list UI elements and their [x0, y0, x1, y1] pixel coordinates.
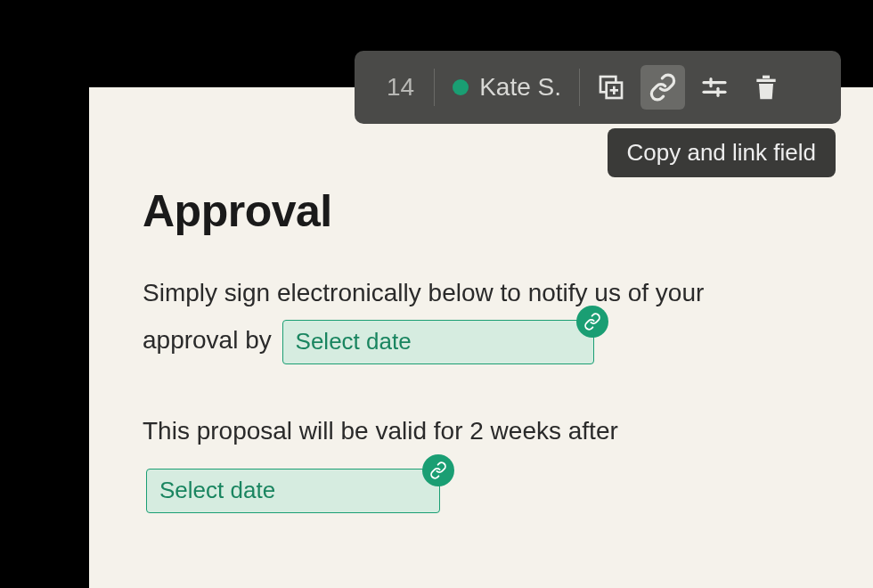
settings-button[interactable] [692, 65, 737, 110]
toolbar-actions [580, 65, 788, 110]
tooltip: Copy and link field [608, 128, 836, 177]
copy-button[interactable] [589, 65, 633, 110]
date-field-2-label: Select date [159, 469, 275, 512]
sliders-icon [700, 73, 729, 102]
link-button[interactable] [640, 65, 685, 110]
toolbar-assignee[interactable]: Kate S. [435, 73, 579, 102]
link-badge-icon [576, 306, 608, 338]
date-field-1-label: Select date [296, 320, 412, 363]
paragraph-1-line-1: Simply sign electronically below to noti… [143, 269, 820, 316]
copy-icon [597, 73, 625, 102]
status-dot-icon [453, 79, 469, 95]
paragraph-1-line-2: approval by Select date [143, 316, 820, 364]
link-badge-icon [422, 454, 454, 486]
paragraph-1: Simply sign electronically below to noti… [143, 269, 820, 364]
svg-rect-9 [763, 76, 770, 78]
svg-rect-8 [756, 79, 775, 82]
date-field-2[interactable]: Select date [146, 469, 440, 513]
toolbar-font-size[interactable]: 14 [367, 73, 434, 102]
date-field-1[interactable]: Select date [282, 320, 594, 364]
trash-icon [752, 73, 780, 102]
page-title: Approval [143, 185, 820, 237]
paragraph-1-text: approval by [143, 326, 272, 354]
paragraph-2: This proposal will be valid for 2 weeks … [143, 407, 820, 513]
field-toolbar: 14 Kate S. [355, 51, 841, 124]
toolbar-user-name: Kate S. [479, 73, 561, 102]
paragraph-2-text: This proposal will be valid for 2 weeks … [143, 407, 820, 454]
link-icon [649, 73, 677, 102]
delete-button[interactable] [744, 65, 788, 110]
